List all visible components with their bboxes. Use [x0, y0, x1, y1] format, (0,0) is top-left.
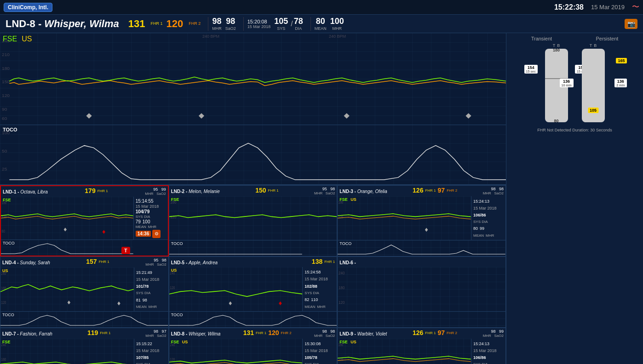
mini-header-lnd1: LND-1 - Octava, Libra 179 FHR 1 95 99 MH…	[1, 186, 168, 197]
mini-mhr2-lnd5: 110	[311, 297, 318, 302]
mini-mhr-sao2-lnd4: 95 98	[145, 258, 166, 262]
mini-fhr2-lnd3: 97	[438, 187, 445, 194]
mini-fhr-chart-lnd6: 240 180 120	[338, 267, 505, 311]
b-label-t: B	[557, 43, 560, 48]
mini-room-lnd9: LND-9 -	[339, 331, 357, 336]
mini-fhr2-lnd9: 97	[437, 329, 445, 336]
mini-bp-lnd1: 104/79	[136, 209, 166, 214]
mean-label: MEAN	[315, 26, 327, 31]
val-180: 180	[553, 48, 560, 52]
mini-name-lnd5: Apple, Andrea	[189, 260, 218, 265]
mini-toco-label-lnd4: TOCO	[2, 313, 14, 317]
svg-text:60: 60	[2, 229, 5, 233]
mini-monitor-lnd6[interactable]: LND-6 - 240 180 120	[337, 256, 506, 328]
mini-labels-lnd7: MHR SaO2	[145, 334, 166, 338]
fhr-not-detected: FHR Not Detected Duration: 30 Seconds	[509, 128, 640, 132]
mini-mhr-sao2-lnd9: 98 99	[483, 329, 504, 334]
svg-text:120: 120	[170, 215, 177, 219]
mini-toco-lnd4: TOCO	[0, 311, 168, 327]
mini-labels-lnd8: MHR SaO2	[314, 334, 335, 338]
mini-monitor-lnd5[interactable]: LND-5 - Apple, Andrea 138 FHR 1 US 240	[169, 256, 338, 328]
mini-labels-lnd9: MHR SaO2	[483, 334, 504, 338]
mini-mean-lnd3: 80	[473, 226, 478, 231]
mini-mean-lnd5: 82	[304, 297, 309, 302]
sao2-value: 98	[226, 17, 235, 26]
mini-monitor-lnd9[interactable]: LND-9 - Warbler, Violet 126 FHR 1 97 FHR…	[337, 328, 506, 364]
mini-mhr-sao2-lnd8: 98 98	[314, 329, 335, 334]
mini-timebadge-lnd1[interactable]: 14:36	[136, 231, 151, 237]
svg-rect-45	[338, 267, 505, 311]
svg-text:120: 120	[2, 93, 10, 98]
svg-rect-49	[338, 312, 505, 328]
mini-fhr-lnd8: 131	[243, 329, 254, 336]
fhr1-label-block: FHR 1	[150, 21, 162, 27]
mini-date-lnd7: 15 Mar 2018	[136, 348, 166, 353]
mini-header-lnd3: LND-3 - Orange, Ofelia 126 FHR 1 97 FHR …	[338, 186, 505, 196]
mini-monitor-lnd1[interactable]: LND-1 - Octava, Libra 179 FHR 1 95 99 MH…	[0, 185, 169, 256]
chart-speed-2: 240 BPM	[329, 34, 346, 39]
dia-value: 78	[294, 17, 303, 26]
svg-rect-63	[338, 339, 471, 364]
fhr1-group: 131	[128, 18, 145, 30]
toco-main-svg: 100 50 25	[0, 125, 506, 184]
date-display: 15 Mar 2019	[591, 4, 625, 11]
mini-mean-lbl-lnd1: MEAN	[136, 225, 146, 229]
mini-header-lnd4: LND-4 - Sunday, Sarah 157 FHR 1 95 98 MH…	[0, 257, 168, 267]
mini-name-lnd3: Orange, Ofelia	[357, 189, 387, 194]
mini-monitor-lnd7[interactable]: LND-7 - Fashion, Farrah 119 FHR 1 98 97 …	[0, 328, 169, 364]
mini-t-badge-lnd1[interactable]: T	[121, 247, 130, 254]
mini-time-lnd5: 15:24:58	[304, 270, 335, 274]
mini-mhr2-lnd3: 99	[480, 226, 484, 231]
mini-monitor-lnd3[interactable]: LND-3 - Orange, Ofelia 126 FHR 1 97 FHR …	[337, 185, 506, 256]
mini-fhr2-label-lnd3: FHR 2	[447, 188, 457, 193]
mini-name-lnd7: Fashion, Farrah	[20, 331, 52, 336]
mini-room-lnd8: LND-8 -	[171, 331, 189, 336]
sao2-label: SaO2	[225, 26, 236, 31]
mini-monitor-lnd8[interactable]: LND-8 - Whisper, Wilma 131 FHR 1 120 FHR…	[169, 328, 338, 364]
fhr2-label-block: FHR 2	[189, 21, 201, 27]
mini-mhr2-lnd1: 100	[143, 219, 150, 224]
mini-toco-label-lnd3: TOCO	[339, 241, 351, 246]
waveform-icon[interactable]: 〜	[632, 2, 639, 12]
svg-text:150: 150	[2, 80, 10, 85]
dia-label: DIA	[295, 26, 302, 31]
mhr-value: 98	[212, 17, 221, 26]
mini-fhr2-label-lnd9: FHR 2	[447, 331, 457, 335]
bp-diagram: T B 180 154 15 sec	[509, 43, 640, 122]
mini-us-lnd5: US	[171, 268, 177, 273]
mini-action-icon-lnd1[interactable]: ⚙	[152, 230, 161, 238]
mini-toco-lnd2: TOCO	[169, 240, 337, 256]
mini-fhr-lnd4: 157	[86, 258, 97, 265]
mini-header-lnd6: LND-6 -	[338, 257, 505, 267]
mini-monitor-grid: LND-1 - Octava, Libra 179 FHR 1 95 99 MH…	[0, 185, 506, 364]
mini-mhr2-lnd4: 98	[143, 298, 147, 302]
svg-text:180: 180	[1, 357, 6, 362]
camera-button[interactable]: 📷	[625, 19, 637, 29]
mini-toco-label-lnd2: TOCO	[171, 241, 183, 246]
mini-fhr-chart-lnd2: FSE 180 120	[169, 196, 337, 240]
right-panel: Transient Persistent T B 180	[506, 33, 643, 364]
mini-room-lnd5: LND-5 -	[171, 260, 189, 265]
mini-fhr-chart-lnd7: FSE 240 180 120	[0, 339, 134, 364]
mini-fhr-lnd7: 119	[87, 329, 98, 336]
mini-room-lnd7: LND-7 -	[2, 331, 20, 336]
mini-mhr-sao2-lnd7: 98 97	[145, 329, 166, 334]
svg-rect-39	[169, 267, 303, 311]
svg-text:25: 25	[2, 166, 7, 171]
sys-label: SYS	[277, 26, 285, 31]
mini-fhr-label-lnd1: FHR 1	[98, 189, 108, 193]
logo-button[interactable]: CliniComp, Intl.	[4, 3, 52, 12]
toco-main-chart: TOCO 100 50 25	[0, 125, 506, 185]
mini-fhr2-label-lnd8: FHR 2	[281, 331, 292, 335]
mini-monitor-lnd4[interactable]: LND-4 - Sunday, Sarah 157 FHR 1 95 98 MH…	[0, 256, 169, 328]
mini-mhr2-lbl-lnd1: MHR	[148, 225, 156, 229]
mini-fhr-label-lnd9: FHR 1	[425, 331, 436, 335]
mini-fhr-lnd3: 126	[413, 187, 423, 194]
svg-rect-23	[169, 196, 337, 240]
mini-header-lnd9: LND-9 - Warbler, Violet 126 FHR 1 97 FHR…	[338, 328, 505, 339]
mini-date-lnd4: 15 Mar 2018	[136, 277, 166, 282]
svg-text:210: 210	[2, 52, 10, 57]
mini-room-lnd1: LND-1 -	[3, 189, 20, 194]
mini-monitor-lnd2[interactable]: LND-2 - Melon, Melanie 150 FHR 1 95 98 M…	[169, 185, 338, 256]
mini-fhr-label-lnd2: FHR 1	[268, 188, 279, 193]
